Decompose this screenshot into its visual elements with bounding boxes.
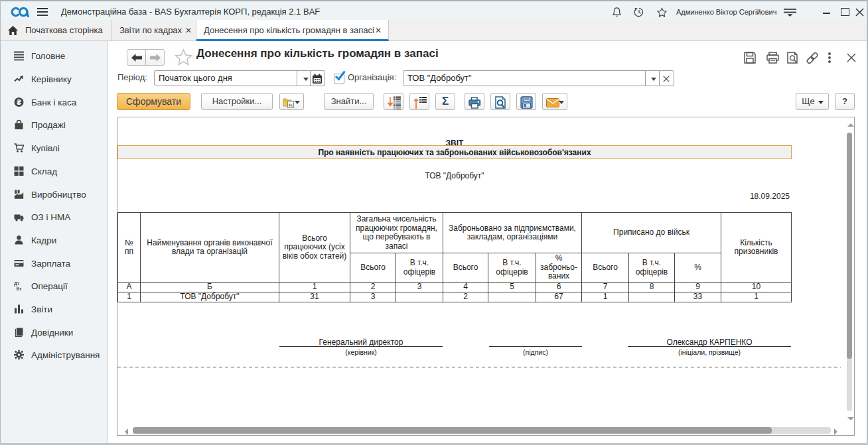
- svg-text:Кт: Кт: [17, 286, 22, 291]
- svg-text:₴: ₴: [17, 99, 21, 106]
